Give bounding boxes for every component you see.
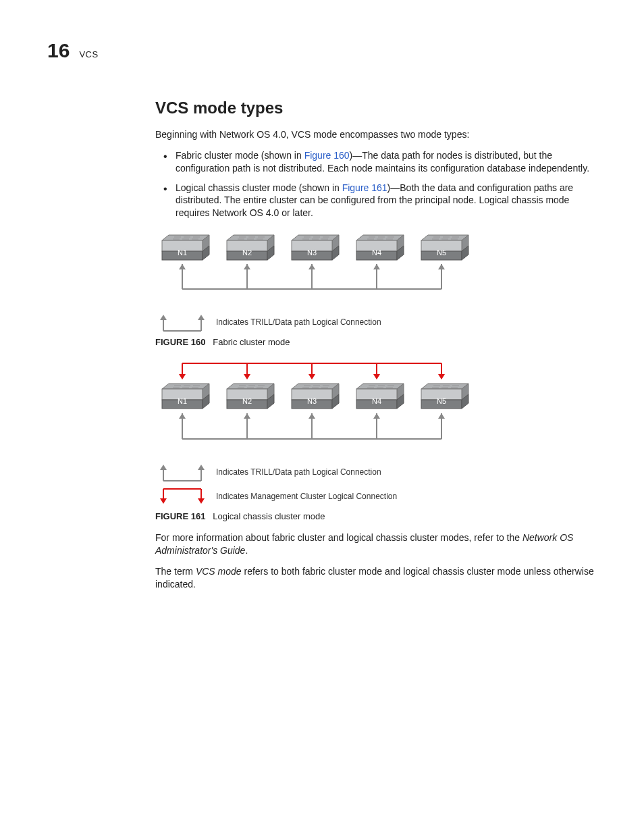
legend-trill-icon: [155, 462, 209, 482]
svg-marker-20: [160, 315, 167, 320]
figure-161-xref[interactable]: Figure 161: [342, 182, 387, 193]
figure-161-legend-trill: Indicates TRILL/Data path Logical Connec…: [155, 462, 597, 482]
text-run: The term: [155, 566, 196, 577]
closing-paragraph-1: For more information about fabric cluste…: [155, 531, 597, 557]
figure-label: FIGURE 161: [155, 511, 205, 521]
running-header: 16 VCS: [47, 37, 597, 65]
legend-text: Indicates Management Cluster Logical Con…: [216, 491, 397, 502]
downarrow-icon: [438, 363, 445, 380]
node-label: N3: [307, 249, 317, 257]
svg-marker-39: [198, 498, 205, 504]
node-n2: N2: [227, 384, 274, 409]
node-n5: N5: [421, 235, 468, 260]
bullet-text-lead: Fabric cluster mode (shown in: [176, 150, 304, 161]
node-n4: N4: [356, 235, 404, 260]
svg-marker-32: [160, 465, 167, 470]
node-label: N4: [372, 397, 381, 405]
figure-160-legend: Indicates TRILL/Data path Logical Connec…: [155, 312, 597, 332]
node-n5: N5: [421, 384, 468, 409]
legend-text: Indicates TRILL/Data path Logical Connec…: [216, 317, 381, 328]
uparrow-icon: [308, 264, 315, 283]
figure-161-diagram: N1 N2 N3 N4 N5: [155, 358, 493, 452]
figure-caption-text: Fabric cluster mode: [213, 337, 290, 347]
uparrow-icon: [438, 413, 445, 432]
legend-trill-icon: [155, 312, 209, 332]
svg-marker-34: [198, 465, 205, 470]
mode-list: Fabric cluster mode (shown in Figure 160…: [155, 149, 597, 219]
node-label: N4: [372, 249, 381, 257]
figure-caption-text: Logical chassis cluster mode: [213, 511, 325, 521]
figure-160-xref[interactable]: Figure 160: [304, 150, 350, 161]
node-label: N2: [242, 249, 252, 257]
node-label: N1: [178, 249, 187, 257]
text-run: For more information about fabric cluste…: [155, 532, 522, 543]
figure-160-diagram: N1 N2 N3 N4 N5: [155, 232, 493, 303]
downarrow-icon: [373, 363, 380, 380]
list-item: Fabric cluster mode (shown in Figure 160…: [176, 149, 597, 175]
chapter-title: VCS: [79, 49, 98, 61]
node-label: N5: [437, 249, 446, 257]
figure-label: FIGURE 160: [155, 337, 205, 347]
node-n1: N1: [162, 384, 209, 409]
legend-text: Indicates TRILL/Data path Logical Connec…: [216, 467, 381, 477]
node-label: N5: [437, 397, 446, 405]
figure-161-legend-mgmt: Indicates Management Cluster Logical Con…: [155, 486, 597, 506]
svg-marker-37: [160, 498, 167, 504]
node-label: N3: [307, 397, 317, 405]
uparrow-icon: [179, 264, 186, 283]
node-n1: N1: [162, 235, 209, 260]
term: VCS mode: [196, 566, 242, 577]
downarrow-icon: [179, 363, 186, 380]
downarrow-icon: [244, 363, 250, 380]
uparrow-icon: [373, 413, 380, 432]
svg-marker-22: [198, 315, 205, 320]
downarrow-icon: [308, 363, 315, 380]
legend-mgmt-icon: [155, 486, 209, 506]
uparrow-icon: [438, 264, 445, 283]
uparrow-icon: [244, 413, 250, 432]
node-label: N1: [178, 397, 187, 405]
intro-paragraph: Beginning with Network OS 4.0, VCS mode …: [155, 128, 597, 141]
closing-paragraph-2: The term VCS mode refers to both fabric …: [155, 565, 597, 591]
figure-160-caption: FIGURE 160 Fabric cluster mode: [155, 336, 597, 348]
uparrow-icon: [179, 413, 186, 432]
list-item: Logical chassis cluster mode (shown in F…: [176, 182, 597, 220]
uparrow-icon: [373, 264, 380, 283]
node-label: N2: [242, 397, 252, 405]
node-n3: N3: [292, 235, 339, 260]
bullet-text-lead: Logical chassis cluster mode (shown in: [176, 182, 342, 193]
main-content: VCS mode types Beginning with Network OS…: [155, 97, 597, 591]
section-title: VCS mode types: [155, 97, 597, 119]
chapter-number: 16: [47, 37, 70, 65]
uparrow-icon: [308, 413, 315, 432]
uparrow-icon: [244, 264, 250, 283]
text-run: .: [245, 545, 248, 556]
figure-161-caption: FIGURE 161 Logical chassis cluster mode: [155, 511, 597, 523]
node-n2: N2: [227, 235, 274, 260]
node-n3: N3: [292, 384, 339, 409]
node-n4: N4: [356, 384, 404, 409]
